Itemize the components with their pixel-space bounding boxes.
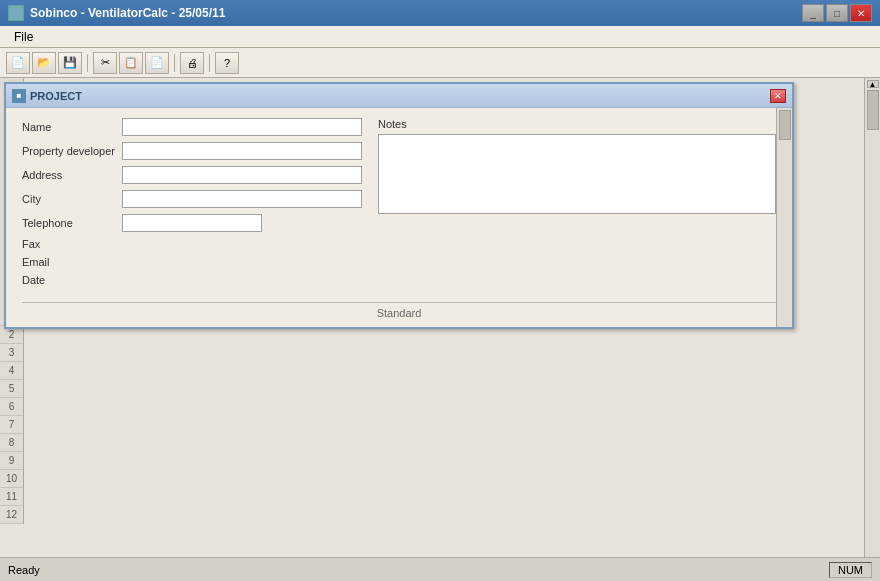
form-left: Name Property developer Address City Tel… bbox=[22, 118, 362, 292]
maximize-button[interactable]: □ bbox=[826, 4, 848, 22]
row-num-12: 12 bbox=[0, 506, 23, 524]
date-row: Date bbox=[22, 274, 362, 286]
property-developer-label: Property developer bbox=[22, 145, 122, 157]
title-bar: Sobinco - VentilatorCalc - 25/05/11 _ □ … bbox=[0, 0, 880, 26]
property-developer-input[interactable] bbox=[122, 142, 362, 160]
row-num-4: 4 bbox=[0, 362, 23, 380]
name-row: Name bbox=[22, 118, 362, 136]
toolbar-separator-3 bbox=[209, 54, 210, 72]
address-label: Address bbox=[22, 169, 122, 181]
menu-bar: File bbox=[0, 26, 880, 48]
fax-label: Fax bbox=[22, 238, 122, 250]
close-button[interactable]: ✕ bbox=[850, 4, 872, 22]
new-button[interactable]: 📄 bbox=[6, 52, 30, 74]
project-title: ■ PROJECT bbox=[12, 89, 82, 103]
project-form: Name Property developer Address City Tel… bbox=[6, 108, 792, 302]
row-num-10: 10 bbox=[0, 470, 23, 488]
standard-section: Standard bbox=[6, 302, 792, 327]
help-button[interactable]: ? bbox=[215, 52, 239, 74]
name-label: Name bbox=[22, 121, 122, 133]
form-right: Notes bbox=[378, 118, 776, 292]
property-developer-row: Property developer bbox=[22, 142, 362, 160]
city-input[interactable] bbox=[122, 190, 362, 208]
print-button[interactable]: 🖨 bbox=[180, 52, 204, 74]
toolbar-separator-2 bbox=[174, 54, 175, 72]
row-num-7: 7 bbox=[0, 416, 23, 434]
row-num-5: 5 bbox=[0, 380, 23, 398]
row-num-8: 8 bbox=[0, 434, 23, 452]
date-label: Date bbox=[22, 274, 122, 286]
row-num-6: 6 bbox=[0, 398, 23, 416]
row-num-11: 11 bbox=[0, 488, 23, 506]
minimize-button[interactable]: _ bbox=[802, 4, 824, 22]
status-num: NUM bbox=[829, 562, 872, 578]
city-label: City bbox=[22, 193, 122, 205]
project-window-icon: ■ bbox=[12, 89, 26, 103]
row-num-3: 3 bbox=[0, 344, 23, 362]
cut-button[interactable]: ✂ bbox=[93, 52, 117, 74]
city-row: City bbox=[22, 190, 362, 208]
copy-button[interactable]: 📋 bbox=[119, 52, 143, 74]
telephone-row: Telephone bbox=[22, 214, 362, 232]
notes-label: Notes bbox=[378, 118, 776, 130]
status-ready: Ready bbox=[8, 564, 40, 576]
address-input[interactable] bbox=[122, 166, 362, 184]
fax-row: Fax bbox=[22, 238, 362, 250]
status-bar: Ready NUM bbox=[0, 557, 880, 581]
save-button[interactable]: 💾 bbox=[58, 52, 82, 74]
email-label: Email bbox=[22, 256, 122, 268]
project-close-button[interactable]: ✕ bbox=[770, 89, 786, 103]
project-titlebar: ■ PROJECT ✕ bbox=[6, 84, 792, 108]
standard-label: Standard bbox=[22, 302, 776, 319]
notes-textarea[interactable] bbox=[378, 134, 776, 214]
app-title: Sobinco - VentilatorCalc - 25/05/11 bbox=[30, 6, 225, 20]
app-icon bbox=[8, 5, 24, 21]
name-input[interactable] bbox=[122, 118, 362, 136]
title-bar-left: Sobinco - VentilatorCalc - 25/05/11 bbox=[8, 5, 225, 21]
toolbar-separator-1 bbox=[87, 54, 88, 72]
email-row: Email bbox=[22, 256, 362, 268]
main-vertical-scrollbar[interactable]: ▲ bbox=[864, 78, 880, 557]
telephone-label: Telephone bbox=[22, 217, 122, 229]
project-window: ■ PROJECT ✕ Name Property developer Addr… bbox=[4, 82, 794, 329]
toolbar: 📄 📂 💾 ✂ 📋 📄 🖨 ? bbox=[0, 48, 880, 78]
project-title-text: PROJECT bbox=[30, 90, 82, 102]
row-num-9: 9 bbox=[0, 452, 23, 470]
paste-button[interactable]: 📄 bbox=[145, 52, 169, 74]
main-content: ■ PROJECT ✕ Name Property developer Addr… bbox=[0, 78, 880, 557]
address-row: Address bbox=[22, 166, 362, 184]
open-button[interactable]: 📂 bbox=[32, 52, 56, 74]
title-bar-buttons[interactable]: _ □ ✕ bbox=[802, 4, 872, 22]
file-menu[interactable]: File bbox=[6, 28, 41, 46]
telephone-input[interactable] bbox=[122, 214, 262, 232]
